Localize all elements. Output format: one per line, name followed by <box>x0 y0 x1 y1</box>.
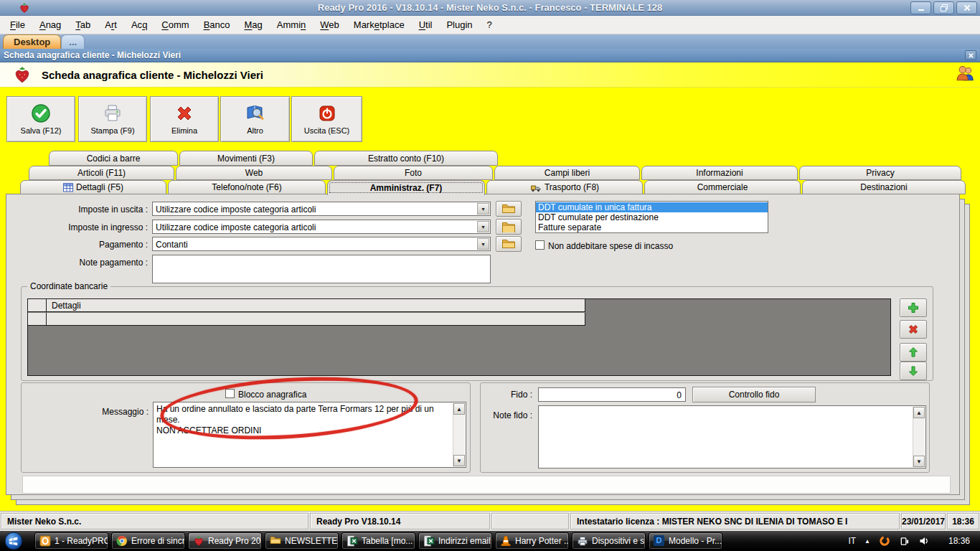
restore-button[interactable] <box>933 1 954 14</box>
document-close-icon[interactable] <box>965 50 976 60</box>
minimize-button[interactable] <box>910 1 931 14</box>
listbox-item-ddt-cumulate-per-destinazione[interactable]: DDT cumulate per destinazione <box>536 212 768 222</box>
desktop-tab-desktop[interactable]: Desktop <box>3 34 61 49</box>
taskbar-item-ready-pro-20[interactable]: Ready Pro 20... <box>188 532 262 550</box>
scroll-up-icon[interactable]: ▲ <box>453 403 465 415</box>
language-indicator[interactable]: IT <box>848 536 856 546</box>
tab-label: Foto <box>405 168 422 178</box>
coordinate-bancarie-group: Coordinate bancarie Dettagli <box>21 286 933 381</box>
toolbar-salva-f12-button[interactable]: Salva (F12) <box>6 96 75 142</box>
scroll-up-icon[interactable]: ▲ <box>913 407 925 418</box>
imposte-uscita-lookup-button[interactable] <box>496 201 522 217</box>
listbox-item-ddt-cumulate-in-unica-fattura[interactable]: DDT cumulate in unica fattura <box>536 202 768 212</box>
note-pagamento-textarea[interactable] <box>152 255 491 283</box>
tab-movimenti-f3[interactable]: Movimenti (F3) <box>179 151 313 166</box>
listbox-item-fatture-separate[interactable]: Fatture separate <box>536 222 768 232</box>
fatturazione-listbox[interactable]: DDT cumulate in unica fatturaDDT cumulat… <box>535 201 768 233</box>
people-icon[interactable] <box>956 65 976 83</box>
toolbar-uscita-esc-button[interactable]: Uscita (ESC) <box>291 96 362 142</box>
taskbar-item-1-readypro[interactable]: 1 - ReadyPRO... <box>34 532 108 550</box>
tab-trasporto-f8[interactable]: Trasporto (F8) <box>486 180 643 194</box>
menu-item-art[interactable]: Art <box>98 17 124 34</box>
excel-icon <box>423 535 435 547</box>
note-fido-scrollbar[interactable]: ▲ ▼ <box>913 407 925 467</box>
coordinate-bancarie-grid[interactable]: Dettagli <box>27 298 891 376</box>
imposte-ingresso-lookup-button[interactable] <box>496 219 522 235</box>
tab-web[interactable]: Web <box>176 166 332 180</box>
menu-item-acq[interactable]: Acq <box>124 17 154 34</box>
taskbar-item-errore-di-sincr[interactable]: Errore di sincr... <box>111 532 185 550</box>
toolbar-stampa-f9-button[interactable]: Stampa (F9) <box>78 96 147 142</box>
grid-empty-row[interactable] <box>28 313 585 326</box>
delete-row-button[interactable] <box>900 320 927 339</box>
imposte-ingresso-combobox[interactable]: Utilizzare codice imposte categoria arti… <box>152 220 491 234</box>
toolbar-altro-button[interactable]: Altro <box>220 96 290 142</box>
menu-item-item[interactable]: ? <box>480 17 499 34</box>
menu-item-plugin[interactable]: Plugin <box>439 17 479 34</box>
start-button[interactable] <box>4 532 23 550</box>
desktop-tab-item[interactable]: ... <box>61 34 85 49</box>
scroll-down-icon[interactable]: ▼ <box>913 456 925 467</box>
devices-tray-icon[interactable] <box>899 536 910 547</box>
menu-item-anag[interactable]: Anag <box>32 17 68 34</box>
taskbar-item-harry-potter[interactable]: Harry Potter ... <box>495 532 569 550</box>
note-fido-textarea[interactable]: ▲ ▼ <box>538 405 926 468</box>
taskbar-item-newsletter[interactable]: NEWSLETTER <box>265 532 339 550</box>
toolbar-elimina-button[interactable]: Elimina <box>150 96 219 142</box>
menu-item-tab[interactable]: Tab <box>68 17 98 34</box>
taskbar: 1 - ReadyPRO...Errore di sincr...Ready P… <box>0 531 980 551</box>
menu-item-file[interactable]: File <box>3 17 32 34</box>
taskbar-item-tabella-mo[interactable]: Tabella [mo... <box>341 532 415 550</box>
menu-item-mag[interactable]: Mag <box>237 17 270 34</box>
controllo-fido-button[interactable]: Controllo fido <box>692 387 816 402</box>
menu-item-banco[interactable]: Banco <box>197 17 237 34</box>
taskbar-item-indirizzi-email[interactable]: Indirizzi email... <box>418 532 492 550</box>
taskbar-item-modello-pr[interactable]: DModello - Pr... <box>649 532 722 550</box>
chevron-down-icon[interactable]: ▼ <box>477 221 489 232</box>
taskbar-item-dispositivi-e-s[interactable]: Dispositivi e s... <box>572 532 646 550</box>
move-up-button[interactable] <box>900 343 927 362</box>
menu-item-ammin[interactable]: Ammin <box>270 17 313 34</box>
clock[interactable]: 18:36 <box>948 536 970 546</box>
page-title: Scheda anagrafica cliente - Michelozzi V… <box>42 69 263 81</box>
tab-foto[interactable]: Foto <box>334 166 493 180</box>
tab-amministraz-f7[interactable]: Amministraz. (F7) <box>327 180 485 195</box>
add-row-button[interactable] <box>900 298 927 317</box>
tab-label: Articoli (F11) <box>77 168 126 178</box>
menu-item-comm[interactable]: Comm <box>154 17 196 34</box>
save-check-icon <box>31 103 51 123</box>
move-down-button[interactable] <box>900 362 927 380</box>
menu-item-util[interactable]: Util <box>412 17 440 34</box>
tab-informazioni[interactable]: Informazioni <box>641 166 798 180</box>
close-button[interactable] <box>956 1 977 14</box>
messaggio-textarea[interactable]: Ha un ordine annullato e lasciato da par… <box>153 402 466 468</box>
chevron-down-icon[interactable]: ▼ <box>477 203 489 215</box>
tab-codici-a-barre[interactable]: Codici a barre <box>49 151 178 166</box>
chevron-down-icon[interactable]: ▼ <box>477 238 489 250</box>
menu-item-web[interactable]: Web <box>313 17 347 34</box>
tab-articoli-f11[interactable]: Articoli (F11) <box>29 166 174 180</box>
tab-estratto-conto-f10[interactable]: Estratto conto (F10) <box>314 151 498 166</box>
speaker-icon[interactable] <box>918 535 930 547</box>
menu-item-marketplace[interactable]: Marketplace <box>347 17 412 34</box>
taskbar-item-label: Ready Pro 20... <box>208 536 262 546</box>
tab-campi-liberi[interactable]: Campi liberi <box>494 166 640 180</box>
messaggio-scrollbar[interactable]: ▲ ▼ <box>453 403 465 466</box>
tab-privacy[interactable]: Privacy <box>799 166 961 180</box>
spese-incasso-checkbox[interactable] <box>535 240 545 250</box>
blocco-anagrafica-checkbox[interactable] <box>225 389 235 398</box>
taskbar-item-label: Tabella [mo... <box>362 536 413 546</box>
orange-ring-icon[interactable] <box>879 535 890 547</box>
tab-destinazioni[interactable]: Destinazioni <box>802 180 966 194</box>
scroll-down-icon[interactable]: ▼ <box>453 455 465 466</box>
pagamento-combobox[interactable]: Contanti ▼ <box>152 237 491 251</box>
imposte-uscita-combobox[interactable]: Utilizzare codice imposte categoria arti… <box>152 202 491 216</box>
chrome-icon <box>116 535 128 547</box>
fido-input[interactable]: 0 <box>538 387 686 402</box>
pagamento-lookup-button[interactable] <box>496 236 522 252</box>
tab-commerciale[interactable]: Commerciale <box>644 180 801 194</box>
status-date: 23/01/2017 <box>901 513 946 529</box>
tray-expand-icon[interactable]: ▲ <box>864 538 870 545</box>
tab-telefono-note-f6[interactable]: Telefono/note (F6) <box>168 180 326 194</box>
tab-dettagli-f5[interactable]: Dettagli (F5) <box>20 180 166 194</box>
